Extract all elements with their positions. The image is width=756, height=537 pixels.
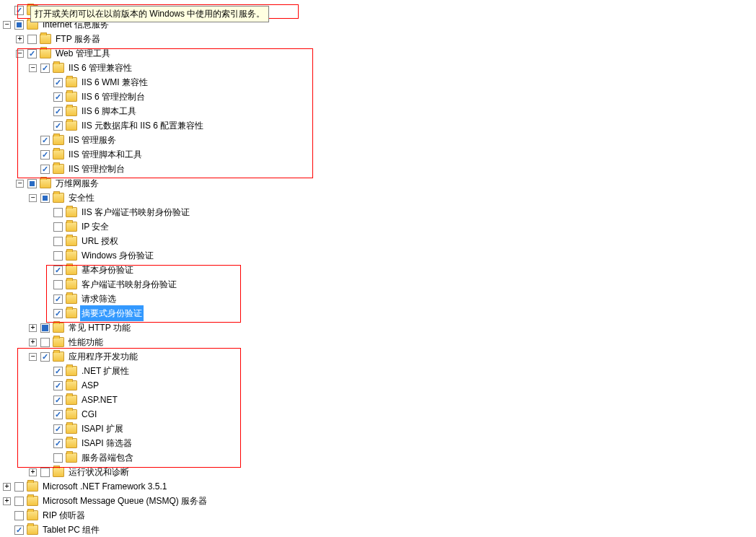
- tree-row[interactable]: +Microsoft .NET Framework 3.5.1: [1, 479, 755, 494]
- checkbox[interactable]: [53, 280, 63, 289]
- tree-item-label[interactable]: IP 安全: [80, 219, 110, 235]
- checkbox[interactable]: [40, 150, 50, 160]
- checkbox[interactable]: [14, 497, 24, 506]
- tree-row[interactable]: IIS 客户端证书映射身份验证: [1, 205, 755, 219]
- tree-row[interactable]: +Microsoft Message Queue (MSMQ) 服务器: [1, 494, 755, 508]
- collapse-icon[interactable]: −: [29, 64, 37, 72]
- checkbox[interactable]: [40, 338, 50, 347]
- expand-icon[interactable]: +: [3, 483, 11, 491]
- tree-item-label[interactable]: 安全性: [67, 190, 96, 206]
- checkbox[interactable]: [53, 396, 63, 405]
- tree-row[interactable]: IIS 管理服务: [1, 133, 755, 147]
- tree-row[interactable]: IP 安全: [1, 219, 755, 234]
- tree-row[interactable]: −安全性: [1, 191, 755, 205]
- tree-row[interactable]: ASP: [1, 378, 755, 393]
- checkbox[interactable]: [53, 92, 63, 102]
- tree-row[interactable]: +运行状况和诊断: [1, 465, 755, 479]
- checkbox[interactable]: [14, 511, 24, 520]
- checkbox[interactable]: [27, 179, 37, 188]
- tree-row[interactable]: IIS 6 脚本工具: [1, 104, 755, 118]
- checkbox[interactable]: [40, 165, 50, 174]
- tree-item-label[interactable]: 请求筛选: [80, 291, 118, 307]
- tree-item-label[interactable]: IIS 管理脚本和工具: [67, 147, 144, 162]
- tree-item-label[interactable]: .NET 扩展性: [80, 363, 131, 379]
- checkbox[interactable]: [14, 525, 24, 535]
- checkbox[interactable]: [53, 453, 63, 463]
- tree-row[interactable]: 基本身份验证: [1, 263, 755, 277]
- expand-icon[interactable]: +: [29, 324, 37, 332]
- checkbox[interactable]: [53, 266, 63, 275]
- checkbox[interactable]: [53, 367, 63, 376]
- tree-item-label[interactable]: 常见 HTTP 功能: [67, 320, 132, 336]
- tree-item-label[interactable]: IIS 元数据库和 IIS 6 配置兼容性: [80, 118, 205, 134]
- tree-row[interactable]: IIS 管理控制台: [1, 162, 755, 176]
- tree-row[interactable]: RIP 侦听器: [1, 508, 755, 523]
- tree-item-label[interactable]: IIS 管理控制台: [67, 161, 126, 177]
- tree-row[interactable]: ASP.NET: [1, 393, 755, 407]
- checkbox[interactable]: [53, 424, 63, 434]
- tree-row[interactable]: URL 授权: [1, 234, 755, 248]
- tree-row[interactable]: +性能功能: [1, 335, 755, 349]
- checkbox[interactable]: [53, 439, 63, 448]
- checkbox[interactable]: [40, 352, 50, 362]
- checkbox[interactable]: [14, 20, 24, 30]
- tree-item-label[interactable]: CGI: [80, 406, 98, 422]
- tree-row[interactable]: −万维网服务: [1, 176, 755, 191]
- tree-item-label[interactable]: 性能功能: [67, 334, 105, 350]
- tree-row[interactable]: IIS 6 管理控制台: [1, 90, 755, 104]
- checkbox[interactable]: [53, 107, 63, 116]
- tree-item-label[interactable]: Windows 身份验证: [80, 248, 155, 263]
- collapse-icon[interactable]: −: [29, 353, 37, 361]
- expand-icon[interactable]: +: [3, 497, 11, 505]
- tree-row[interactable]: CGI: [1, 407, 755, 422]
- tree-item-label[interactable]: FTP 服务器: [54, 31, 102, 47]
- checkbox[interactable]: [53, 251, 63, 261]
- tree-item-label[interactable]: IIS 6 管理兼容性: [67, 60, 133, 76]
- tree-item-label[interactable]: Microsoft Message Queue (MSMQ) 服务器: [41, 493, 208, 509]
- tree-item-label[interactable]: 万维网服务: [54, 175, 100, 191]
- checkbox[interactable]: [40, 323, 50, 333]
- checkbox[interactable]: [53, 78, 63, 87]
- checkbox[interactable]: [53, 381, 63, 390]
- checkbox[interactable]: [53, 208, 63, 217]
- tree-row[interactable]: ISAPI 筛选器: [1, 436, 755, 450]
- checkbox[interactable]: [53, 121, 63, 131]
- checkbox[interactable]: [14, 6, 24, 15]
- checkbox[interactable]: [53, 410, 63, 419]
- checkbox[interactable]: [53, 222, 63, 232]
- tree-item-label[interactable]: 客户端证书映射身份验证: [80, 276, 178, 292]
- tree-row[interactable]: 摘要式身份验证: [1, 306, 755, 320]
- expand-icon[interactable]: +: [29, 468, 37, 476]
- tree-item-label[interactable]: IIS 客户端证书映射身份验证: [80, 204, 191, 220]
- expand-icon[interactable]: +: [29, 339, 37, 346]
- tree-item-label[interactable]: Microsoft .NET Framework 3.5.1: [41, 479, 169, 494]
- tree-item-label[interactable]: 应用程序开发功能: [67, 349, 139, 364]
- collapse-icon[interactable]: −: [3, 21, 11, 29]
- collapse-icon[interactable]: −: [16, 50, 24, 58]
- tree-item-label[interactable]: ASP: [80, 377, 100, 393]
- tree-row[interactable]: ISAPI 扩展: [1, 422, 755, 436]
- tree-row[interactable]: 客户端证书映射身份验证: [1, 277, 755, 292]
- tree-item-label[interactable]: ISAPI 筛选器: [80, 435, 133, 451]
- checkbox[interactable]: [27, 49, 37, 58]
- tree-row[interactable]: −应用程序开发功能: [1, 349, 755, 364]
- tree-row[interactable]: 服务器端包含: [1, 450, 755, 465]
- tree-item-label[interactable]: IIS 6 脚本工具: [80, 103, 138, 119]
- collapse-icon[interactable]: −: [16, 180, 24, 188]
- tree-item-label[interactable]: IIS 6 管理控制台: [80, 89, 146, 105]
- tree-item-label[interactable]: Web 管理工具: [54, 45, 112, 61]
- checkbox[interactable]: [27, 35, 37, 44]
- tree-row[interactable]: Tablet PC 组件: [1, 523, 755, 537]
- tree-item-label[interactable]: RIP 侦听器: [41, 507, 87, 523]
- tree-row[interactable]: +常见 HTTP 功能: [1, 320, 755, 335]
- tree-row[interactable]: IIS 6 WMI 兼容性: [1, 75, 755, 90]
- tree-item-label[interactable]: 服务器端包含: [80, 450, 135, 466]
- tree-row[interactable]: 请求筛选: [1, 292, 755, 306]
- tree-row[interactable]: IIS 元数据库和 IIS 6 配置兼容性: [1, 118, 755, 133]
- tree-row[interactable]: IIS 管理脚本和工具: [1, 147, 755, 162]
- checkbox[interactable]: [14, 482, 24, 492]
- checkbox[interactable]: [40, 64, 50, 73]
- tree-item-label[interactable]: IIS 管理服务: [67, 132, 118, 148]
- collapse-icon[interactable]: −: [29, 194, 37, 202]
- expand-icon[interactable]: +: [16, 35, 24, 43]
